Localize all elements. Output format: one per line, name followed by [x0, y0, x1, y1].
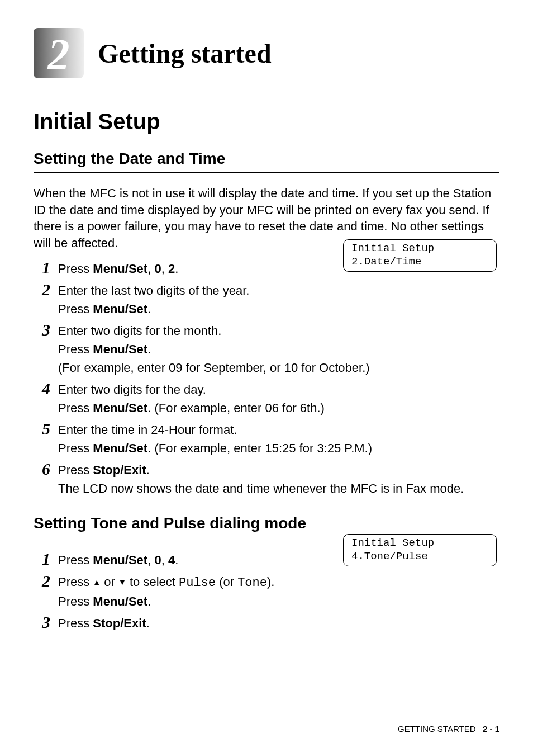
step-content: Enter the time in 24-Hour format.Press M… [58, 419, 499, 457]
step-number: 1 [34, 550, 58, 569]
main-heading: Initial Setup [34, 109, 499, 134]
text-fragment: or [101, 575, 118, 589]
text-fragment: 2 [168, 262, 175, 276]
text-fragment: . (For example, enter 06 for 6th.) [147, 401, 325, 415]
text-fragment: . [147, 302, 151, 316]
text-fragment: Enter the last two digits of the year. [58, 284, 249, 297]
text-fragment: Menu/Set [93, 302, 147, 316]
text-fragment: . [147, 342, 151, 356]
text-fragment: Press [58, 302, 93, 316]
text-fragment: Enter two digits for the month. [58, 324, 221, 338]
text-fragment: Menu/Set [93, 553, 147, 567]
text-fragment: (or [216, 575, 237, 589]
step-number: 2 [34, 571, 58, 611]
step-content: Press Stop/Exit. [58, 613, 499, 632]
text-fragment: ). [267, 575, 274, 589]
lcd-line2: 2.Date/Time [351, 256, 488, 269]
lcd-display-tone-pulse: Initial Setup 4.Tone/Pulse [343, 534, 497, 566]
step-number: 5 [34, 419, 58, 457]
step-item: 4Enter two digits for the day.Press Menu… [34, 379, 499, 417]
chapter-number: 2 [48, 29, 70, 79]
text-fragment: Press [58, 342, 93, 356]
lcd-display-date-time: Initial Setup 2.Date/Time [343, 239, 497, 272]
text-fragment: Press [58, 441, 93, 455]
text-fragment: Stop/Exit [93, 616, 146, 630]
step-item: 2Press or to select Pulse (or Tone).Pres… [34, 571, 499, 611]
step-number: 3 [34, 613, 58, 632]
step-list-date-time: 1Press Menu/Set, 0, 2.2Enter the last tw… [34, 258, 499, 498]
text-fragment: Press [58, 262, 93, 276]
section-heading-date-time: Setting the Date and Time [34, 150, 499, 173]
footer-page-number: 2 - 1 [483, 724, 499, 734]
text-fragment: . [175, 553, 178, 567]
step-item: 6Press Stop/Exit.The LCD now shows the d… [34, 460, 499, 498]
text-fragment: 0 [154, 553, 161, 567]
step-item: 3Enter two digits for the month.Press Me… [34, 320, 499, 377]
lcd-line1: Initial Setup [351, 537, 488, 550]
step-number: 2 [34, 280, 58, 318]
text-fragment: . [146, 463, 150, 477]
lcd-line2: 4.Tone/Pulse [351, 550, 488, 564]
step-item: 3Press Stop/Exit. [34, 613, 499, 632]
text-fragment: Menu/Set [93, 594, 147, 608]
chapter-title: Getting started [98, 38, 272, 69]
step-number: 4 [34, 379, 58, 417]
step-number: 1 [34, 258, 58, 278]
text-fragment: Menu/Set [93, 262, 147, 276]
text-fragment: Tone [237, 576, 267, 590]
text-fragment: Press [58, 575, 93, 589]
text-fragment: Menu/Set [93, 441, 147, 455]
step-content: Press or to select Pulse (or Tone).Press… [58, 571, 499, 611]
text-fragment: Press [58, 463, 93, 477]
step-content: Enter the last two digits of the year.Pr… [58, 280, 499, 318]
up-arrow-icon [93, 575, 101, 589]
text-fragment: Pulse [179, 576, 216, 590]
text-fragment: (For example, enter 09 for September, or… [58, 361, 370, 375]
text-fragment: . [146, 616, 150, 630]
down-arrow-icon [118, 575, 126, 589]
text-fragment: , [147, 553, 154, 567]
text-fragment: The LCD now shows the date and time when… [58, 481, 464, 495]
text-fragment: 4 [168, 553, 175, 567]
step-content: Enter two digits for the month.Press Men… [58, 320, 499, 377]
text-fragment: Stop/Exit [93, 463, 146, 477]
step-item: 2Enter the last two digits of the year.P… [34, 280, 499, 318]
text-fragment: . [147, 594, 151, 608]
text-fragment: Press [58, 616, 93, 630]
text-fragment: Press [58, 594, 93, 608]
text-fragment: Press [58, 553, 93, 567]
text-fragment: Press [58, 401, 93, 415]
step-number: 6 [34, 460, 58, 498]
chapter-header: 2 Getting started [34, 28, 499, 78]
lcd-line1: Initial Setup [351, 242, 488, 256]
text-fragment: Enter two digits for the day. [58, 382, 206, 396]
page-footer: GETTING STARTED 2 - 1 [398, 724, 499, 734]
text-fragment: , [161, 553, 168, 567]
step-item: 5Enter the time in 24-Hour format.Press … [34, 419, 499, 457]
text-fragment: Menu/Set [93, 401, 147, 415]
footer-text: GETTING STARTED [398, 724, 475, 734]
text-fragment: , [161, 262, 168, 276]
text-fragment: . [175, 262, 178, 276]
step-content: Press Stop/Exit.The LCD now shows the da… [58, 460, 499, 498]
step-number: 3 [34, 320, 58, 377]
text-fragment: 0 [154, 262, 161, 276]
text-fragment: Enter the time in 24-Hour format. [58, 423, 237, 437]
step-content: Enter two digits for the day.Press Menu/… [58, 379, 499, 417]
chapter-badge: 2 [34, 28, 84, 78]
text-fragment: Menu/Set [93, 342, 147, 356]
text-fragment: to select [126, 575, 179, 589]
text-fragment: , [147, 262, 154, 276]
text-fragment: . (For example, enter 15:25 for 3:25 P.M… [147, 441, 372, 455]
